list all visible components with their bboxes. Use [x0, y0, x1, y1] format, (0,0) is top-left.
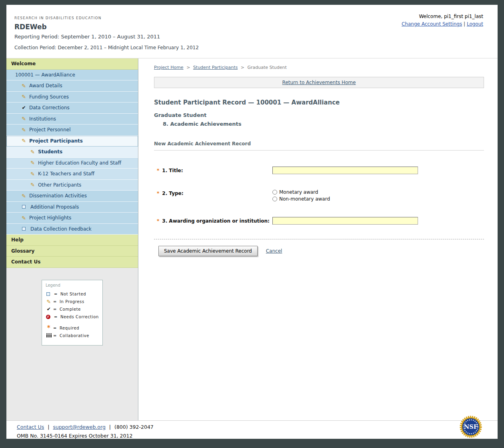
monetary-award-radio[interactable]	[272, 190, 277, 195]
legend-item-collaborative: = Collaborative	[46, 332, 99, 340]
sidebar-item-project-participants[interactable]: ✎ Project Participants	[6, 136, 138, 147]
body-row: Welcome 100001 — AwardAlliance ✎ Award D…	[6, 58, 498, 420]
legend-label: Needs Correction	[60, 315, 99, 319]
sidebar-item-label: Dissemination Activities	[29, 193, 87, 199]
legend-label: Complete	[60, 307, 81, 311]
breadcrumb-separator: >	[241, 65, 244, 70]
pencil-icon: ✎	[21, 127, 27, 133]
sidebar-item-data-corrections[interactable]: ✔ Data Corrections	[6, 102, 138, 114]
sidebar-item-data-collection-feedback[interactable]: Data Collection Feedback	[6, 224, 138, 235]
legend-label: In Progress	[60, 299, 84, 304]
logout-link[interactable]: Logout	[467, 21, 483, 27]
type-radio-group: Monetary award Non-monetary award	[272, 189, 330, 202]
required-asterisk-icon: *	[157, 168, 159, 173]
legend-item-not-started: = Not Started	[46, 290, 99, 298]
breadcrumb-student-participants-link[interactable]: Student Participants	[193, 65, 238, 70]
pencil-icon: ✎	[21, 116, 27, 122]
square-icon	[46, 292, 50, 296]
pencil-icon: ✎	[21, 215, 27, 221]
account-links: Change Account Settings | Logout	[402, 21, 483, 27]
sidebar-item-funding-sources[interactable]: ✎ Funding Sources	[6, 92, 138, 103]
sidebar-item-label: Project Participants	[29, 138, 83, 144]
title-input[interactable]	[272, 167, 418, 174]
sidebar-item-label: Funding Sources	[29, 94, 69, 100]
sidebar-item-welcome[interactable]: Welcome	[6, 58, 138, 70]
required-asterisk-icon: *	[157, 191, 159, 196]
pencil-icon: ✎	[21, 138, 27, 144]
return-bar: Return to Achievements Home	[154, 77, 484, 88]
sidebar-item-k12-teachers-staff[interactable]: ✎ K-12 Teachers and Staff	[6, 169, 138, 180]
type-label: *2. Type:	[157, 189, 272, 196]
organization-form-row: *3. Awarding organization or institution…	[154, 217, 484, 225]
breadcrumb-separator: >	[186, 65, 190, 70]
footer-contact-link[interactable]: Contact Us	[17, 424, 44, 430]
pencil-icon: ✎	[21, 94, 27, 100]
equals-sign: =	[53, 326, 57, 330]
equals-sign: =	[54, 315, 58, 319]
organization-input[interactable]	[272, 217, 418, 225]
legend-title: Legend	[46, 283, 99, 287]
welcome-user: Welcome, pi1_first pi1_last	[402, 14, 483, 19]
organization-label: *3. Awarding organization or institution…	[157, 217, 272, 224]
sidebar-item-label: Other Participants	[38, 182, 81, 188]
legend-label: Collaborative	[60, 333, 89, 338]
sidebar-item-help[interactable]: Help	[6, 235, 138, 246]
nsf-logo-text: NSF	[464, 423, 478, 430]
sidebar-item-project-highlights[interactable]: ✎ Project Highlights	[6, 213, 138, 224]
type-label-text: 2. Type:	[162, 191, 183, 196]
change-account-settings-link[interactable]: Change Account Settings	[402, 21, 462, 27]
breadcrumb-project-home-link[interactable]: Project Home	[154, 65, 184, 70]
cancel-link[interactable]: Cancel	[266, 248, 282, 254]
non-monetary-award-label: Non-monetary award	[279, 196, 330, 202]
sidebar-item-project-personnel[interactable]: ✎ Project Personnel	[6, 125, 138, 136]
pencil-icon: ✎	[21, 83, 27, 89]
link-separator: |	[464, 21, 465, 27]
sidebar-item-other-participants[interactable]: ✎ Other Participants	[6, 180, 138, 191]
equals-sign: =	[53, 307, 57, 311]
sidebar-item-additional-proposals[interactable]: Additional Proposals	[6, 202, 138, 213]
reporting-period: Reporting Period: September 1, 2010 – Au…	[14, 34, 483, 40]
sidebar-item-award-details[interactable]: ✎ Award Details	[6, 80, 138, 92]
footer-email-link[interactable]: support@rdeweb.org	[53, 424, 105, 430]
pencil-icon: ✎	[46, 299, 52, 305]
sidebar-item-contact-us[interactable]: Contact Us	[6, 257, 138, 268]
pencil-icon: ✎	[21, 193, 27, 199]
sidebar-item-label: Award Details	[29, 83, 62, 88]
sidebar-item-award[interactable]: 100001 — AwardAlliance	[6, 70, 138, 81]
footer: Contact Us | support@rdeweb.org | (800) …	[6, 420, 498, 439]
pencil-icon: ✎	[30, 160, 36, 166]
title-form-row: *1. Title:	[154, 167, 484, 174]
page: RESEARCH IN DISABILITIES EDUCATION RDEWe…	[6, 5, 498, 439]
title-label: *1. Title:	[157, 167, 272, 173]
checkmark-icon: ✔	[21, 105, 27, 110]
legend-item-needs-correction: ✗ = Needs Correction	[46, 313, 99, 321]
monetary-award-option[interactable]: Monetary award	[272, 189, 330, 195]
return-to-achievements-link[interactable]: Return to Achievements Home	[282, 80, 356, 85]
sidebar-item-dissemination-activities[interactable]: ✎ Dissemination Activities	[6, 191, 138, 202]
legend-item-required: * = Required	[46, 324, 99, 332]
legend-item-complete: ✔ = Complete	[46, 305, 99, 313]
non-monetary-award-radio[interactable]	[272, 197, 277, 201]
equals-sign: =	[54, 292, 58, 296]
sidebar-item-label: Institutions	[29, 116, 56, 122]
section-heading: 8. Academic Achievements	[163, 121, 484, 127]
sidebar-item-label: Higher Education Faculty and Staff	[38, 160, 121, 166]
save-button[interactable]: Save Academic Achievement Record	[158, 246, 258, 256]
sidebar-item-label: Students	[38, 149, 62, 155]
pencil-icon: ✎	[30, 182, 36, 188]
legend: Legend = Not Started ✎ = In Progress ✔ =…	[42, 280, 103, 346]
footer-phone: (800) 392-2047	[114, 424, 154, 430]
non-monetary-award-option[interactable]: Non-monetary award	[272, 196, 330, 202]
sidebar-item-label: Additional Proposals	[30, 204, 79, 210]
sidebar-item-students[interactable]: ✎ Students	[6, 147, 138, 158]
form-title: New Academic Achievement Record	[154, 141, 484, 151]
sidebar-item-institutions[interactable]: ✎ Institutions	[6, 114, 138, 125]
sidebar-item-label: 100001 — AwardAlliance	[15, 72, 75, 78]
footer-contact-line: Contact Us | support@rdeweb.org | (800) …	[17, 424, 483, 430]
footer-omb-line: OMB No. 3145-0164 Expires October 31, 20…	[17, 433, 483, 439]
action-row: Save Academic Achievement Record Cancel	[154, 246, 484, 256]
sidebar-item-label: Contact Us	[11, 259, 40, 265]
sidebar-item-higher-ed-faculty-staff[interactable]: ✎ Higher Education Faculty and Staff	[6, 158, 138, 169]
sidebar-item-glossary[interactable]: Glossary	[6, 246, 138, 257]
pencil-icon: ✎	[30, 171, 36, 177]
